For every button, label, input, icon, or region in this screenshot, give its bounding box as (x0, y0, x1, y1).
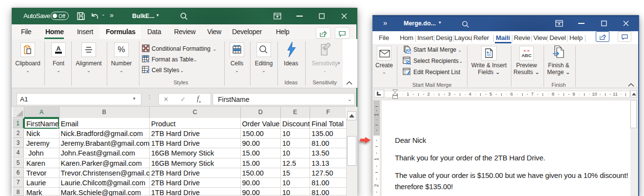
svg-text:ABC: ABC (522, 53, 532, 58)
svg-text:%: % (117, 45, 125, 54)
svg-text:A: A (56, 45, 61, 52)
